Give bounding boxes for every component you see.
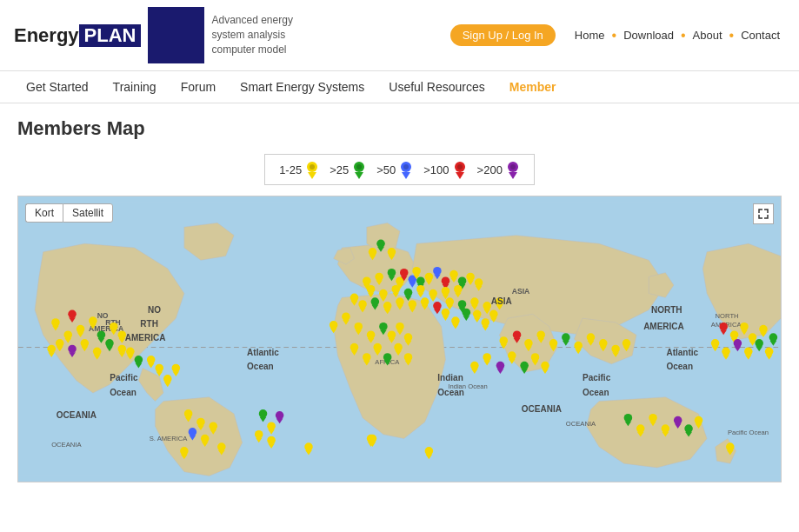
svg-point-238	[755, 339, 763, 348]
svg-point-54	[449, 270, 458, 279]
svg-point-58	[466, 273, 475, 282]
svg-text:OCEANIA: OCEANIA	[51, 441, 82, 449]
nav-item-forum[interactable]: Forum	[169, 71, 228, 103]
svg-point-106	[367, 330, 376, 339]
svg-marker-5	[355, 172, 363, 179]
svg-text:Indian Ocean: Indian Ocean	[448, 382, 487, 390]
svg-point-66	[391, 285, 400, 294]
nav-item-resources[interactable]: Useful Resources	[376, 71, 497, 103]
signup-button[interactable]: Sign Up / Log In	[450, 24, 556, 46]
svg-point-206	[636, 424, 645, 433]
svg-point-188	[587, 333, 596, 342]
nav-home[interactable]: Home	[569, 29, 610, 42]
nav-item-smart[interactable]: Smart Energy Systems	[228, 71, 376, 103]
svg-point-192	[562, 333, 570, 342]
svg-point-234	[734, 339, 742, 348]
svg-point-198	[524, 339, 533, 348]
nav-item-get-started[interactable]: Get Started	[14, 71, 101, 103]
logo: Energy PLAN Advanced energy system analy…	[14, 7, 293, 63]
svg-point-288	[404, 353, 413, 362]
legend-label-1-25: 1-25	[279, 163, 302, 176]
svg-point-258	[508, 351, 516, 360]
svg-point-180	[267, 436, 276, 445]
nav-contact[interactable]: Contact	[736, 29, 785, 42]
svg-point-116	[68, 310, 77, 319]
pin-red-icon	[453, 160, 467, 179]
svg-point-242	[304, 442, 313, 451]
svg-point-162	[189, 428, 197, 436]
svg-point-1	[310, 164, 315, 170]
header-right: Sign Up / Log In Home • Download • About…	[450, 24, 785, 46]
svg-point-102	[496, 297, 504, 306]
svg-point-112	[396, 323, 404, 331]
svg-point-280	[363, 353, 371, 362]
nav-about[interactable]: About	[688, 29, 728, 42]
svg-point-100	[483, 302, 491, 310]
svg-point-108	[379, 323, 388, 331]
svg-point-218	[719, 323, 728, 331]
svg-point-290	[342, 312, 350, 321]
svg-point-170	[217, 442, 226, 451]
svg-point-236	[744, 348, 753, 356]
svg-point-252	[376, 239, 385, 248]
svg-point-228	[769, 333, 778, 342]
logo-plan: PLAN	[79, 24, 142, 47]
svg-point-62	[367, 285, 376, 294]
svg-point-152	[172, 364, 181, 373]
nav-download[interactable]: Download	[618, 29, 679, 42]
nav-dot-1: •	[612, 28, 617, 43]
header-nav: Home • Download • About • Contact	[569, 28, 785, 43]
svg-point-46	[416, 276, 425, 285]
logo-tagline: Advanced energy system analysis computer…	[211, 13, 292, 57]
nav-item-training[interactable]: Training	[101, 71, 169, 103]
svg-point-182	[599, 339, 608, 348]
svg-point-4	[356, 164, 362, 170]
svg-point-298	[489, 310, 498, 319]
svg-point-13	[510, 164, 516, 170]
svg-point-178	[255, 430, 263, 439]
svg-point-248	[726, 442, 735, 451]
svg-point-190	[574, 342, 583, 350]
map-expand-button[interactable]	[753, 203, 774, 224]
svg-point-262	[531, 353, 540, 362]
svg-point-150	[163, 375, 172, 383]
svg-point-136	[81, 339, 90, 348]
svg-point-114	[404, 333, 413, 342]
map-view-button[interactable]: Kort	[25, 203, 63, 223]
svg-point-50	[433, 267, 442, 276]
svg-point-128	[51, 318, 60, 327]
svg-point-240	[765, 348, 774, 356]
svg-point-104	[354, 323, 363, 331]
navbar: Get Started Training Forum Smart Energy …	[0, 71, 799, 103]
svg-point-220	[730, 330, 739, 339]
legend-label-50: >50	[376, 163, 396, 176]
svg-point-292	[330, 321, 338, 329]
svg-point-200	[513, 330, 522, 339]
svg-text:OCEANIA: OCEANIA	[566, 420, 596, 428]
svg-point-124	[110, 323, 118, 331]
svg-point-10	[457, 164, 463, 170]
svg-point-88	[409, 300, 417, 309]
svg-point-120	[89, 316, 97, 325]
svg-point-140	[105, 339, 114, 348]
svg-point-272	[442, 309, 450, 317]
legend-item-50: >50	[376, 160, 413, 179]
svg-marker-11	[456, 172, 464, 179]
satellite-view-button[interactable]: Satellit	[63, 203, 113, 223]
nav-dot-3: •	[729, 28, 735, 43]
svg-point-270	[470, 362, 479, 370]
svg-point-176	[276, 411, 284, 420]
svg-point-260	[520, 362, 529, 370]
svg-point-122	[97, 330, 106, 339]
svg-point-274	[451, 316, 460, 325]
legend-item-1-25: 1-25	[279, 160, 319, 179]
map-container[interactable]: Kort Satellit	[17, 196, 782, 482]
nav-item-member[interactable]: Member	[497, 71, 569, 103]
svg-point-110	[388, 330, 396, 339]
svg-marker-14	[509, 172, 517, 179]
svg-text:NORTH: NORTH	[716, 312, 739, 320]
svg-point-84	[383, 302, 392, 310]
svg-point-130	[118, 330, 127, 339]
svg-point-36	[388, 269, 396, 277]
svg-point-160	[196, 418, 205, 427]
